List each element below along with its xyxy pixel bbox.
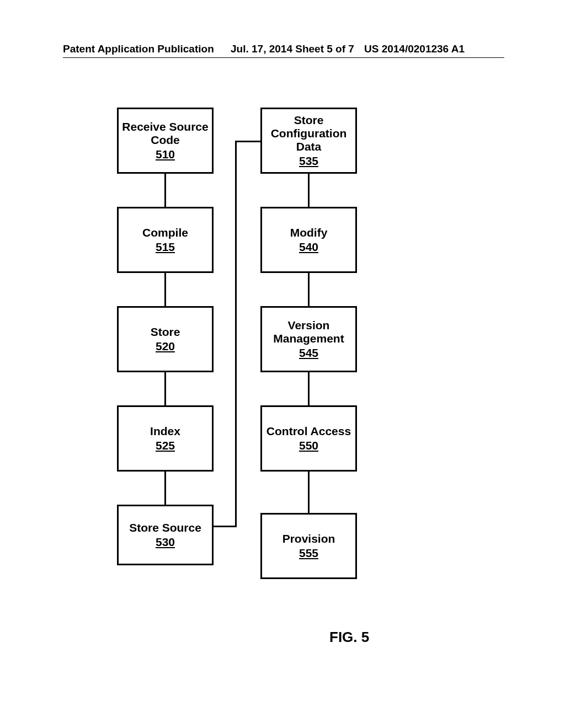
box-number: 545	[299, 346, 318, 360]
box-title: Provision	[282, 532, 335, 545]
header-center: Jul. 17, 2014 Sheet 5 of 7	[231, 43, 354, 55]
box-number: 555	[299, 547, 318, 560]
connector	[214, 526, 237, 527]
box-compile: Compile 515	[117, 207, 214, 273]
box-number: 530	[156, 536, 175, 549]
box-version-management: VersionManagement 545	[260, 306, 357, 372]
connector	[164, 174, 166, 207]
connector	[164, 372, 166, 405]
box-title: Compile	[142, 226, 188, 239]
box-modify: Modify 540	[260, 207, 357, 273]
header-rule	[63, 57, 504, 58]
box-title: Store	[151, 325, 180, 339]
connector	[308, 372, 310, 405]
box-number: 540	[299, 240, 318, 254]
box-title: StoreConfigurationData	[271, 114, 347, 153]
box-number: 520	[156, 340, 175, 353]
header-right: US 2014/0201236 A1	[364, 43, 465, 55]
box-title: VersionManagement	[273, 319, 344, 345]
connector	[164, 273, 166, 306]
box-number: 550	[299, 439, 318, 452]
box-number: 510	[156, 148, 175, 161]
box-number: 535	[299, 154, 318, 168]
connector	[235, 141, 237, 527]
box-title: Control Access	[266, 425, 351, 438]
box-store-configuration-data: StoreConfigurationData 535	[260, 108, 357, 174]
box-store: Store 520	[117, 306, 214, 372]
box-title: Modify	[290, 226, 328, 239]
figure-label: FIG. 5	[329, 629, 369, 646]
box-number: 515	[156, 240, 175, 254]
box-title: Store Source	[129, 521, 201, 534]
box-receive-source-code: Receive SourceCode 510	[117, 108, 214, 174]
box-provision: Provision 555	[260, 513, 357, 579]
connector	[308, 472, 310, 513]
box-index: Index 525	[117, 405, 214, 472]
connector	[235, 141, 260, 142]
page: Patent Application Publication Jul. 17, …	[0, 0, 565, 728]
header-left: Patent Application Publication	[63, 43, 214, 55]
connector	[308, 174, 310, 207]
box-store-source: Store Source 530	[117, 505, 214, 565]
connector	[164, 472, 166, 505]
connector	[308, 273, 310, 306]
box-title: Receive SourceCode	[122, 120, 208, 147]
box-control-access: Control Access 550	[260, 405, 357, 472]
box-title: Index	[150, 425, 180, 438]
box-number: 525	[156, 439, 175, 452]
